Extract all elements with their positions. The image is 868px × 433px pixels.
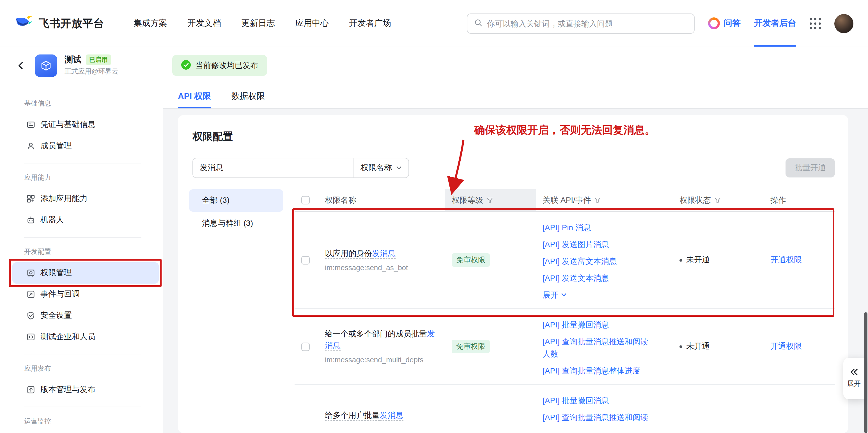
api-link[interactable]: [API] 发送富文本消息 [542, 253, 617, 269]
top-nav-menu: 集成方案 开发文档 更新日志 应用中心 开发者广场 [133, 18, 391, 29]
search-field-select[interactable]: 权限名称 [353, 158, 408, 177]
safe-icon [26, 268, 35, 278]
divider [24, 163, 142, 164]
back-button[interactable] [14, 59, 27, 71]
sidebar: 基础信息 凭证与基础信息 成员管理 应用能力 添加应用能力 机器人 开发配置 [0, 84, 163, 433]
divider [24, 407, 142, 407]
qa-icon [708, 18, 720, 29]
enable-permission-link[interactable]: 开通权限 [770, 342, 802, 352]
table-row: 以应用的身份发消息 im:message:send_as_bot 免审权限 [A… [294, 212, 835, 309]
sidebar-item-version-release[interactable]: 版本管理与发布 [12, 379, 159, 400]
code-box-icon [26, 333, 35, 342]
table-row: 给多个用户批量发消息 [API] 批量撤回消息 [API] 查询批量消息推送和阅… [294, 385, 835, 433]
permission-search[interactable] [193, 158, 353, 177]
api-link[interactable]: [API] 查询批量消息整体进度 [542, 362, 640, 379]
apps-grid-icon[interactable] [810, 18, 821, 29]
sidebar-item-label: 权限管理 [40, 268, 72, 278]
nav-item-docs[interactable]: 开发文档 [187, 18, 221, 29]
expand-panel-button[interactable]: 展开 [843, 358, 865, 399]
status-text: 未开通 [686, 342, 710, 352]
tab-api-permission[interactable]: API 权限 [178, 84, 211, 108]
annotation-text: 确保该权限开启，否则无法回复消息。 [474, 123, 655, 138]
permission-name[interactable]: 给多个用户批量发消息 [325, 409, 403, 421]
table-row: 给一个或多个部门的成员批量发消息 im:message:send_multi_d… [294, 309, 835, 385]
filter-funnel-icon[interactable] [594, 197, 601, 204]
row-checkbox[interactable] [301, 342, 310, 351]
status-dot [680, 259, 682, 261]
global-search[interactable] [467, 13, 694, 33]
related-api-cell: [API] Pin 消息 [API] 发送图片消息 [API] 发送富文本消息 … [536, 212, 673, 308]
app-subtitle: 正式应用@环界云 [64, 67, 118, 76]
avatar[interactable] [834, 14, 854, 33]
app-meta: 测试 已启用 正式应用@环界云 [64, 55, 118, 76]
permission-name[interactable]: 以应用的身份发消息 [325, 248, 396, 259]
permission-name-cell: 给多个用户批量发消息 [317, 385, 445, 433]
api-link[interactable]: [API] Pin 消息 [542, 219, 591, 236]
enable-permission-link[interactable]: 开通权限 [770, 255, 802, 265]
expand-apis-link[interactable]: 展开 [542, 286, 567, 303]
nav-item-changelog[interactable]: 更新日志 [241, 18, 275, 29]
brand-name: 飞书开放平台 [39, 16, 104, 31]
publish-icon [26, 385, 35, 394]
qa-label: 问答 [724, 18, 741, 29]
filter-funnel-icon[interactable] [714, 197, 721, 204]
status-badge: 已启用 [86, 55, 111, 65]
sidebar-item-permissions[interactable]: 权限管理 [12, 262, 159, 284]
sidebar-item-add-capability[interactable]: 添加应用能力 [12, 188, 159, 209]
sidebar-item-test-org[interactable]: 测试企业和人员 [12, 326, 159, 348]
sidebar-item-credentials[interactable]: 凭证与基础信息 [12, 114, 159, 135]
sidebar-section-release: 应用发布 [0, 360, 163, 376]
permission-tabs: API 权限 数据权限 [163, 84, 868, 109]
id-card-icon [26, 120, 35, 129]
row-checkbox[interactable] [301, 256, 310, 264]
header-permission-name: 权限名称 [317, 189, 445, 211]
page-scrollbar-thumb[interactable] [864, 312, 867, 433]
nav-item-appcenter[interactable]: 应用中心 [295, 18, 329, 29]
search-field-label: 权限名称 [361, 163, 392, 173]
api-link[interactable]: [API] 查询批量消息推送和阅读 [542, 409, 648, 426]
sidebar-section-basic: 基础信息 [0, 95, 163, 111]
permission-search-input[interactable] [200, 164, 346, 172]
sidebar-item-bot[interactable]: 机器人 [12, 209, 159, 231]
permission-code: im:message:send_as_bot [325, 263, 436, 273]
select-all-checkbox[interactable] [301, 196, 310, 204]
brand[interactable]: 飞书开放平台 [14, 13, 104, 34]
app-name: 测试 [64, 55, 81, 65]
tab-data-permission[interactable]: 数据权限 [231, 84, 265, 108]
permission-name[interactable]: 给一个或多个部门的成员批量发消息 [325, 328, 436, 352]
sidebar-item-label: 事件与回调 [40, 289, 80, 299]
feishu-logo-icon [14, 13, 34, 34]
check-circle-icon [181, 60, 191, 71]
header-related-api: 关联 API/事件 [536, 189, 673, 211]
nav-item-integration[interactable]: 集成方案 [133, 18, 167, 29]
filter-funnel-icon[interactable] [487, 197, 493, 204]
status-text: 未开通 [686, 255, 710, 265]
batch-enable-button[interactable]: 批量开通 [785, 158, 835, 177]
sidebar-item-label: 成员管理 [40, 141, 72, 151]
content: 基础信息 凭证与基础信息 成员管理 应用能力 添加应用能力 机器人 开发配置 [0, 84, 868, 433]
api-link[interactable]: [API] 发送文本消息 [542, 269, 609, 286]
toolbar: 权限名称 批量开通 [189, 158, 835, 178]
global-search-input[interactable] [487, 19, 687, 28]
nav-item-devplaza[interactable]: 开发者广场 [349, 18, 391, 29]
related-api-cell: [API] 批量撤回消息 [API] 查询批量消息推送和阅读人数 [API] 查… [536, 309, 673, 384]
api-link[interactable]: [API] 批量撤回消息 [542, 392, 609, 409]
sidebar-section-monitoring: 运营监控 [0, 413, 163, 429]
api-link[interactable]: [API] 批量撤回消息 [542, 316, 609, 333]
permission-search-group: 权限名称 [192, 158, 409, 178]
api-link[interactable]: [API] 查询批量消息推送和阅读人数 [542, 333, 656, 362]
category-all[interactable]: 全部 (3) [189, 189, 283, 212]
category-list: 全部 (3) 消息与群组 (3) [189, 189, 283, 433]
category-message-group[interactable]: 消息与群组 (3) [189, 212, 283, 235]
sidebar-item-events[interactable]: 事件与回调 [12, 284, 159, 305]
sidebar-item-label: 版本管理与发布 [40, 385, 95, 395]
top-nav-right: 问答 开发者后台 [708, 0, 854, 47]
developer-console-link[interactable]: 开发者后台 [754, 0, 796, 47]
api-link[interactable]: [API] 发送图片消息 [542, 236, 609, 253]
sidebar-item-members[interactable]: 成员管理 [12, 135, 159, 157]
qa-link[interactable]: 问答 [708, 18, 741, 29]
header-permission-level: 权限等级 [445, 189, 536, 211]
sidebar-item-security[interactable]: 安全设置 [12, 305, 159, 326]
table-header: 权限名称 权限等级 关联 API/事件 权限状 [294, 189, 835, 212]
grid-plus-icon [26, 194, 35, 203]
